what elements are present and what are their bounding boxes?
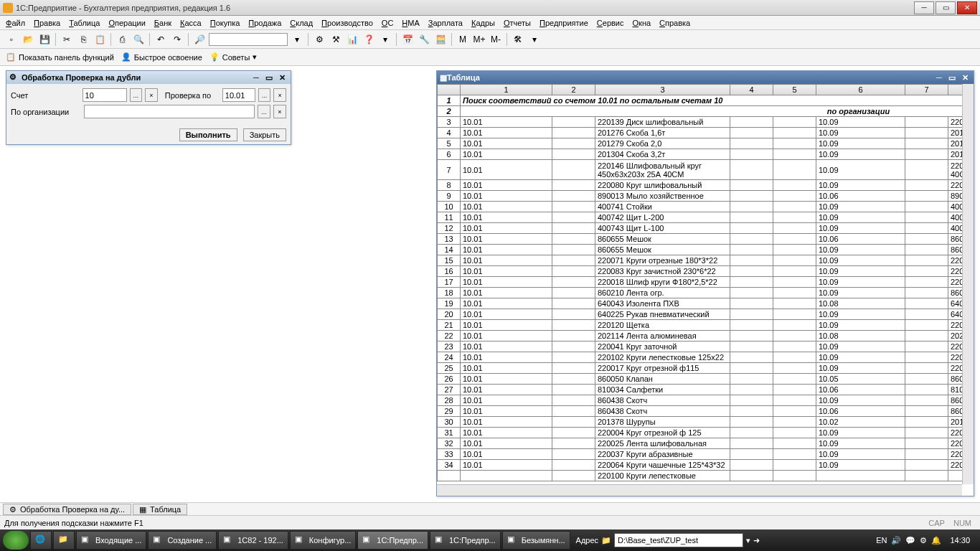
clock[interactable]: 14:30 xyxy=(946,536,974,545)
cell[interactable]: 220025 Лента шлифовальная xyxy=(595,438,730,449)
row-header[interactable]: 25 xyxy=(438,363,461,374)
row-header[interactable]: 27 xyxy=(438,385,461,395)
cell[interactable]: 10.01 xyxy=(461,460,552,471)
table-row[interactable]: 910.01890013 Мыло хозяйственное10.068900… xyxy=(438,191,974,202)
cell[interactable]: 10.09 xyxy=(816,180,905,191)
menu-item[interactable]: Справка xyxy=(659,19,690,27)
cell[interactable]: 400742 Щит L-200 xyxy=(595,212,730,223)
cell[interactable]: 400743 Щит L-100 xyxy=(595,223,730,234)
table-row[interactable]: 1810.01860210 Лента огр.10.09860210 Лент… xyxy=(438,288,974,298)
cell[interactable]: 10.01 xyxy=(461,438,552,449)
advice-button[interactable]: 💡Советы▾ xyxy=(209,52,257,62)
row-header[interactable]: 34 xyxy=(438,460,461,471)
row-header[interactable]: 13 xyxy=(438,234,461,245)
print-icon[interactable]: ⎙ xyxy=(115,32,129,47)
cell[interactable]: 10.09 xyxy=(816,223,905,234)
table-row[interactable]: 2010.01640225 Рукав пневматический10.096… xyxy=(438,309,974,320)
cell[interactable]: 10.01 xyxy=(461,342,552,352)
cell[interactable] xyxy=(461,471,552,481)
row-header[interactable]: 24 xyxy=(438,352,461,363)
menu-item[interactable]: Таблица xyxy=(69,19,100,27)
dialog-close-button[interactable]: ✕ xyxy=(276,72,288,83)
horizontal-scrollbar[interactable] xyxy=(437,484,962,496)
table-row[interactable]: 410.01201276 Скоба 1,6т10.09201276 Скоба… xyxy=(438,128,974,138)
close-button[interactable]: ✕ xyxy=(957,1,977,14)
taskbar-item[interactable]: ▣1С82 - 192... xyxy=(218,531,288,550)
menu-item[interactable]: Предприятие xyxy=(540,19,588,27)
menu-item[interactable]: Продажа xyxy=(248,19,281,27)
tool-icon[interactable]: ⚒ xyxy=(329,32,343,47)
cell[interactable]: 10.01 xyxy=(461,128,552,138)
menu-item[interactable]: Производство xyxy=(321,19,373,27)
menu-item[interactable]: Склад xyxy=(290,19,313,27)
menu-item[interactable]: Правка xyxy=(34,19,60,27)
cell[interactable]: 10.09 xyxy=(816,438,905,449)
cell[interactable]: 10.09 xyxy=(816,352,905,363)
col-header[interactable]: 5 xyxy=(773,85,816,95)
tray-icon[interactable]: 💬 xyxy=(905,536,915,545)
cell[interactable]: 10.09 xyxy=(816,395,905,406)
tray-icon[interactable]: 🔊 xyxy=(891,536,901,545)
cell[interactable]: 201304 Скоба 3,2т xyxy=(595,149,730,160)
menu-item[interactable]: Файл xyxy=(6,19,25,27)
cell[interactable]: 10.01 xyxy=(461,395,552,406)
cell[interactable]: 201279 Скоба 2,0 xyxy=(595,138,730,149)
undo-icon[interactable]: ↶ xyxy=(154,32,168,47)
menu-item[interactable]: Операции xyxy=(108,19,145,27)
row-header[interactable]: 6 xyxy=(438,149,461,160)
col-header[interactable]: 7 xyxy=(905,85,948,95)
row-header[interactable]: 9 xyxy=(438,191,461,202)
preview-icon[interactable]: 🔍 xyxy=(131,32,146,47)
menu-item[interactable]: Зарплата xyxy=(428,19,463,27)
row-header[interactable]: 10 xyxy=(438,202,461,212)
table-row[interactable]: 2110.01220120 Щетка10.09220120 Щетка xyxy=(438,320,974,331)
cell[interactable]: 860438 Скотч xyxy=(595,395,730,406)
cell[interactable]: 10.06 xyxy=(816,385,905,395)
org-clear-button[interactable]: × xyxy=(273,105,286,118)
row-header[interactable]: 21 xyxy=(438,320,461,331)
cell[interactable]: 10.09 xyxy=(816,449,905,460)
vertical-scrollbar[interactable] xyxy=(962,84,974,484)
table-row[interactable]: 610.01201304 Скоба 3,2т10.09201304 Скоба… xyxy=(438,149,974,160)
cell[interactable]: 10.01 xyxy=(461,212,552,223)
tool-icon[interactable]: 🔧 xyxy=(417,32,431,47)
search-input[interactable] xyxy=(209,33,288,46)
cell[interactable]: 890013 Мыло хозяйственное xyxy=(595,191,730,202)
row-header[interactable]: 8 xyxy=(438,180,461,191)
table-row[interactable]: 510.01201279 Скоба 2,010.09201279 Скоба … xyxy=(438,138,974,149)
taskbar-item[interactable]: ▣1С:Предпр... xyxy=(357,531,428,550)
table-row[interactable]: 2510.01220017 Круг отрезной ф11510.09220… xyxy=(438,363,974,374)
cell[interactable]: 220064 Круги чашечные 125*43*32 xyxy=(595,460,730,471)
table-row[interactable]: 1310.01860655 Мешок10.06860655 Мешок xyxy=(438,234,974,245)
window-tab[interactable]: ▦Таблица xyxy=(133,504,187,515)
row-header[interactable]: 12 xyxy=(438,223,461,234)
cell[interactable]: 10.01 xyxy=(461,288,552,298)
cell[interactable]: 10.01 xyxy=(461,363,552,374)
cell[interactable]: 10.09 xyxy=(816,149,905,160)
cell[interactable]: 10.09 xyxy=(816,309,905,320)
row-header[interactable]: 20 xyxy=(438,309,461,320)
table-row[interactable]: 2210.01202114 Лента алюминевая10.0820211… xyxy=(438,331,974,342)
table-row[interactable]: 1210.01400743 Щит L-10010.09400743 Щит L… xyxy=(438,223,974,234)
tool-icon[interactable]: ⚙ xyxy=(312,32,326,47)
calendar-icon[interactable]: 📅 xyxy=(400,32,415,47)
dropdown-icon[interactable]: ▾ xyxy=(527,32,542,47)
menu-item[interactable]: Отчеты xyxy=(504,19,531,27)
taskbar-item[interactable]: ▣Создание ... xyxy=(148,531,217,550)
address-input[interactable] xyxy=(614,533,743,547)
taskbar-ie-icon[interactable]: 🌐 xyxy=(30,531,52,550)
menu-item[interactable]: НМА xyxy=(402,19,419,27)
table-row[interactable]: 1410.01860655 Мешок10.09860655 Мешок xyxy=(438,245,974,255)
table-row[interactable]: 810.01220080 Круг шлифовальный10.0922008… xyxy=(438,180,974,191)
row-header[interactable]: 18 xyxy=(438,288,461,298)
paste-icon[interactable]: 📋 xyxy=(93,32,107,47)
cell[interactable]: 10.01 xyxy=(461,266,552,277)
table-row[interactable]: 1910.01640043 Изолента ПХВ10.08640043 Из… xyxy=(438,298,974,309)
check-clear-button[interactable]: × xyxy=(273,88,286,102)
cell[interactable]: 220017 Круг отрезной ф115 xyxy=(595,363,730,374)
taskbar-item[interactable]: ▣Безымянн... xyxy=(502,531,570,550)
cell[interactable]: 10.01 xyxy=(461,255,552,266)
settings-icon[interactable]: 🛠 xyxy=(511,32,525,47)
cell[interactable]: 10.01 xyxy=(461,352,552,363)
redo-icon[interactable]: ↷ xyxy=(170,32,184,47)
